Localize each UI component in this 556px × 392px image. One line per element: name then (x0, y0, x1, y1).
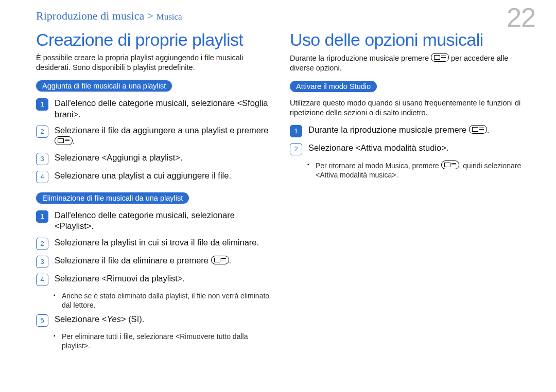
menu-key-icon (469, 125, 487, 134)
step: 3 Selezionare <Aggiungi a playlist>. (36, 152, 272, 165)
step-text: Dall'elenco delle categorie musicali, se… (55, 98, 272, 120)
menu-key-icon (55, 136, 73, 145)
left-intro: È possibile creare la propria playlist a… (36, 53, 272, 72)
right-intro: Durante la riproduzione musicale premere… (290, 53, 526, 73)
left-column: Creazione di proprie playlist È possibil… (36, 30, 272, 354)
step-badge: 5 (36, 314, 48, 327)
step-badge: 2 (36, 238, 48, 250)
step: 4 Selezionare una playlist a cui aggiung… (36, 170, 272, 183)
bullet-icon: ▪ (307, 161, 312, 180)
step-text: Selezionare una playlist a cui aggiunger… (55, 170, 231, 183)
step-text: Dall'elenco delle categorie musicali, se… (55, 210, 272, 232)
bullet-icon: ▪ (54, 291, 59, 310)
step-text: Selezionare il file da aggiungere a una … (55, 125, 272, 147)
step-badge: 1 (290, 125, 302, 137)
step: 4 Selezionare <Rimuovi da playlist>. (36, 273, 272, 286)
step-badge: 1 (36, 98, 48, 111)
right-column: Uso delle opzioni musicali Durante la ri… (290, 30, 526, 354)
step: 1 Dall'elenco delle categorie musicali, … (36, 210, 272, 232)
step: 2 Selezionare <Attiva modalità studio>. (290, 142, 526, 155)
menu-key-icon (211, 256, 229, 264)
breadcrumb-sep: > (147, 9, 153, 22)
menu-key-icon (441, 161, 459, 169)
note-text: Anche se è stato eliminato dalla playlis… (62, 291, 272, 310)
pill-remove-files: Eliminazione di file musicali da una pla… (36, 192, 189, 204)
step-text: Selezionare <Yes> (Sì). (55, 314, 144, 327)
step-badge: 3 (36, 153, 48, 165)
breadcrumb-sub: Musica (157, 12, 182, 22)
step-badge: 2 (290, 143, 302, 155)
step: 3 Selezionare il file da eliminare e pre… (36, 255, 272, 268)
bullet-icon: ▪ (54, 332, 59, 350)
step: 2 Selezionare il file da aggiungere a un… (36, 125, 272, 147)
pill-studio-mode: Attivare il modo Studio (290, 81, 377, 92)
step-badge: 4 (36, 274, 48, 286)
step: 1 Durante la riproduzione musicale preme… (290, 124, 526, 137)
right-title: Uso delle opzioni musicali (290, 30, 526, 50)
note: ▪ Anche se è stato eliminato dalla playl… (54, 291, 272, 310)
step-badge: 1 (36, 210, 48, 223)
note-text: Per ritornare al modo Musica, premere , … (316, 161, 526, 180)
step-badge: 2 (36, 126, 48, 138)
left-title: Creazione di proprie playlist (36, 30, 272, 50)
step: 2 Selezionare la playlist in cui si trov… (36, 237, 272, 250)
step: 1 Dall'elenco delle categorie musicali, … (36, 98, 272, 120)
step-text: Selezionare il file da eliminare e preme… (55, 255, 231, 268)
page-number: 22 (507, 2, 535, 33)
menu-key-icon (431, 53, 449, 62)
step-text: Durante la riproduzione musicale premere… (308, 124, 489, 137)
breadcrumb-main: Riproduzione di musica (36, 9, 144, 22)
note: ▪ Per eliminare tutti i file, selezionar… (54, 332, 272, 350)
step-text: Selezionare <Attiva modalità studio>. (308, 142, 448, 155)
breadcrumb: Riproduzione di musica > Musica (36, 9, 526, 23)
note: ▪ Per ritornare al modo Musica, premere … (307, 161, 526, 180)
step-text: Selezionare <Rimuovi da playlist>. (55, 273, 185, 286)
pill-add-files: Aggiunta di file musicali a una playlist (36, 80, 172, 92)
note-text: Per eliminare tutti i file, selezionare … (62, 332, 272, 350)
step-text: Selezionare la playlist in cui si trova … (55, 237, 259, 250)
step-text: Selezionare <Aggiungi a playlist>. (55, 152, 183, 165)
step-badge: 4 (36, 171, 48, 183)
step: 5 Selezionare <Yes> (Sì). (36, 314, 272, 327)
step-badge: 3 (36, 256, 48, 268)
section-desc: Utilizzare questo modo quando si usano f… (290, 98, 526, 117)
